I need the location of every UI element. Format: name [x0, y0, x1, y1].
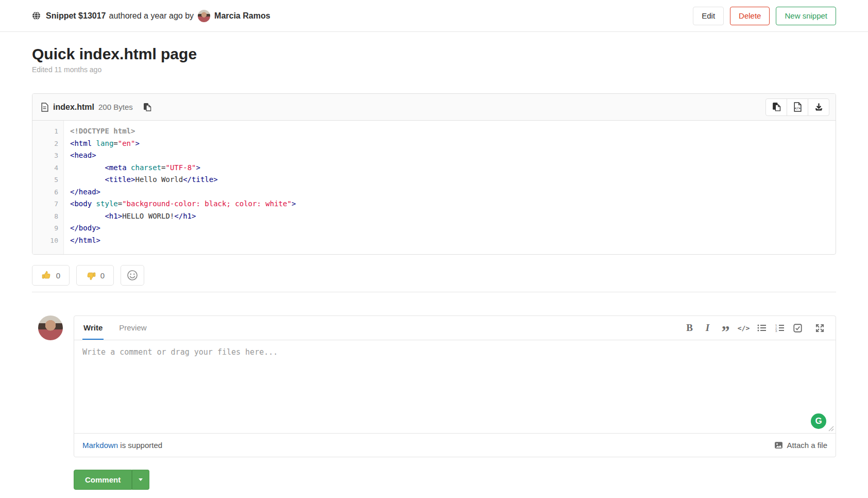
comments-divider — [32, 292, 836, 292]
authored-text: authored a year ago by — [109, 11, 194, 21]
comment-options-dropdown[interactable] — [132, 470, 149, 490]
thumbs-down-icon — [86, 270, 96, 281]
code-line: <html lang="en"> — [70, 138, 296, 150]
add-reaction-button[interactable] — [121, 265, 144, 286]
markdown-link[interactable]: Markdown — [82, 441, 118, 450]
code-line: <h1>HELLO WORLD!</h1> — [70, 210, 296, 223]
author-avatar[interactable] — [198, 10, 210, 22]
resize-handle-icon[interactable] — [827, 425, 834, 431]
code-line: </html> — [70, 235, 296, 247]
code-line: <title>Hello World</title> — [70, 174, 296, 186]
new-snippet-button[interactable]: New snippet — [776, 7, 836, 25]
award-emoji-row: 0 0 — [32, 265, 836, 286]
tab-write[interactable]: Write — [82, 316, 104, 340]
delete-button[interactable]: Delete — [730, 7, 770, 25]
globe-icon — [32, 11, 41, 20]
comment-button[interactable]: Comment — [74, 470, 132, 490]
snippet-meta: Snippet $13017 authored a year ago by Ma… — [32, 10, 270, 22]
file-header: index.html 200 Bytes </> — [32, 94, 836, 121]
line-number[interactable]: 10 — [32, 235, 58, 247]
comment-editor: G — [74, 340, 836, 433]
snippet-title-block: Quick index.html page Edited 11 months a… — [0, 32, 868, 74]
comment-form-footer: Markdown is supported Attach a file — [74, 433, 836, 457]
bullet-list-icon[interactable] — [754, 321, 769, 335]
line-number[interactable]: 4 — [32, 162, 58, 174]
thumbs-down-count: 0 — [100, 271, 105, 280]
file-action-group: </> — [765, 98, 829, 116]
code-line: </body> — [70, 222, 296, 235]
comment-form: Write Preview B I ” </> 1. — [74, 316, 836, 457]
chevron-down-icon — [139, 478, 143, 481]
fullscreen-icon[interactable] — [812, 321, 827, 335]
line-number[interactable]: 1 — [32, 125, 58, 138]
thumbs-up-count: 0 — [56, 271, 60, 280]
edited-timestamp: Edited 11 months ago — [32, 65, 836, 74]
copy-contents-button[interactable] — [765, 98, 787, 116]
new-comment-row: Write Preview B I ” </> 1. — [38, 316, 836, 457]
task-list-icon[interactable] — [790, 321, 805, 335]
code-line: <head> — [70, 150, 296, 162]
snippet-actions: Edit Delete New snippet — [693, 7, 836, 25]
code-line: </head> — [70, 186, 296, 198]
comment-form-header: Write Preview B I ” </> 1. — [74, 316, 836, 340]
download-icon[interactable] — [808, 98, 829, 116]
code-viewer: 12345678910 <!DOCTYPE html><html lang="e… — [32, 121, 836, 254]
code-icon[interactable]: </> — [736, 321, 751, 335]
smiley-icon — [127, 270, 138, 281]
quote-icon[interactable]: ” — [718, 324, 733, 339]
thumbs-up-icon — [41, 270, 52, 281]
numbered-list-icon[interactable]: 1. 2. 3. — [772, 321, 787, 335]
code-line: <!DOCTYPE html> — [70, 125, 296, 138]
snippet-id: Snippet $13017 — [46, 11, 106, 21]
edit-button[interactable]: Edit — [693, 7, 724, 25]
line-number[interactable]: 9 — [32, 222, 58, 235]
line-number[interactable]: 2 — [32, 138, 58, 150]
line-number[interactable]: 7 — [32, 198, 58, 210]
comment-textarea[interactable] — [74, 340, 836, 433]
code-content: <!DOCTYPE html><html lang="en"><head> <m… — [64, 121, 304, 254]
file-icon — [41, 103, 48, 112]
code-line: <body style="background-color: black; co… — [70, 198, 296, 210]
svg-text:</>: </> — [794, 106, 801, 110]
thumbs-up-button[interactable]: 0 — [32, 265, 70, 286]
italic-icon[interactable]: I — [700, 321, 715, 335]
file-size: 200 Bytes — [98, 103, 133, 111]
grammarly-icon[interactable]: G — [811, 413, 826, 429]
svg-text:3.: 3. — [775, 329, 778, 332]
code-line: <meta charset="UTF-8"> — [70, 162, 296, 174]
markdown-toolbar: B I ” </> 1. 2. 3. — [682, 321, 827, 335]
line-numbers: 12345678910 — [32, 121, 64, 254]
snippet-header-bar: Snippet $13017 authored a year ago by Ma… — [0, 0, 868, 32]
tab-preview[interactable]: Preview — [118, 316, 147, 340]
file-name: index.html — [53, 103, 94, 112]
open-raw-button[interactable]: </> — [787, 98, 808, 116]
page-title: Quick index.html page — [32, 45, 836, 63]
image-attachment-icon — [774, 441, 783, 450]
line-number[interactable]: 8 — [32, 210, 58, 223]
author-name[interactable]: Marcia Ramos — [214, 11, 270, 21]
attach-file-button[interactable]: Attach a file — [774, 441, 827, 450]
line-number[interactable]: 6 — [32, 186, 58, 198]
copy-file-path-button[interactable] — [142, 102, 152, 113]
line-number[interactable]: 5 — [32, 174, 58, 186]
markdown-supported-text: is supported — [118, 441, 162, 450]
line-number[interactable]: 3 — [32, 150, 58, 162]
bold-icon[interactable]: B — [682, 321, 697, 335]
thumbs-down-button[interactable]: 0 — [76, 265, 114, 286]
current-user-avatar — [38, 316, 63, 340]
submit-row: Comment — [74, 470, 868, 490]
snippet-file-panel: index.html 200 Bytes </> — [32, 93, 836, 255]
